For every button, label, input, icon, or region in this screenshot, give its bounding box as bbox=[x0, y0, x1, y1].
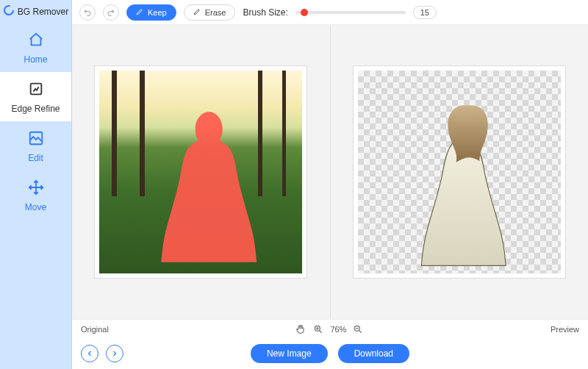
original-pane bbox=[72, 25, 330, 319]
erase-label: Erase bbox=[205, 8, 226, 17]
brush-keep-icon bbox=[136, 7, 144, 17]
preview-pane bbox=[330, 25, 589, 319]
move-icon bbox=[28, 179, 44, 198]
sidebar-item-label: Home bbox=[24, 54, 47, 65]
prev-button[interactable] bbox=[81, 345, 98, 362]
toolbar: Keep Erase Brush Size: 15 bbox=[72, 0, 588, 25]
sidebar: BG Remover Home Edge Refine Edit bbox=[0, 0, 72, 369]
undo-button[interactable] bbox=[79, 4, 96, 21]
logo-icon bbox=[3, 4, 15, 18]
next-button[interactable] bbox=[106, 345, 123, 362]
preview-frame[interactable] bbox=[353, 65, 566, 279]
status-bar: Original 76% Preview bbox=[72, 319, 588, 338]
sidebar-item-label: Edge Refine bbox=[11, 104, 60, 114]
brush-erase-icon bbox=[193, 7, 201, 17]
sidebar-item-label: Edit bbox=[28, 153, 43, 163]
original-caption: Original bbox=[81, 325, 109, 334]
slider-thumb[interactable] bbox=[301, 9, 308, 16]
sidebar-item-edit[interactable]: Edit bbox=[0, 121, 71, 171]
original-frame[interactable] bbox=[94, 65, 307, 279]
app-title: BG Remover bbox=[18, 7, 68, 17]
mask-overlay bbox=[160, 107, 257, 265]
svg-point-0 bbox=[4, 6, 13, 15]
download-button[interactable]: Download bbox=[338, 344, 409, 363]
zoom-level: 76% bbox=[330, 325, 346, 334]
preview-caption: Preview bbox=[551, 325, 579, 334]
sidebar-item-move[interactable]: Move bbox=[0, 171, 71, 220]
redo-button[interactable] bbox=[103, 4, 119, 21]
home-icon bbox=[28, 32, 44, 50]
zoom-in-button[interactable] bbox=[312, 323, 324, 335]
sidebar-item-home[interactable]: Home bbox=[0, 23, 71, 72]
edit-icon bbox=[28, 130, 44, 148]
erase-button[interactable]: Erase bbox=[184, 4, 236, 21]
brush-size-value: 15 bbox=[413, 6, 437, 19]
new-image-button[interactable]: New Image bbox=[251, 344, 328, 363]
edge-refine-icon bbox=[28, 81, 44, 99]
footer: New Image Download bbox=[72, 338, 588, 369]
keep-button[interactable]: Keep bbox=[126, 4, 176, 21]
cutout-result bbox=[411, 103, 517, 269]
brush-size-slider[interactable] bbox=[295, 11, 406, 14]
zoom-out-button[interactable] bbox=[352, 323, 364, 335]
keep-label: Keep bbox=[148, 8, 167, 17]
sidebar-item-edge-refine[interactable]: Edge Refine bbox=[0, 72, 71, 121]
pan-tool-button[interactable] bbox=[295, 323, 306, 335]
brush-size-label: Brush Size: bbox=[243, 7, 287, 18]
app-logo: BG Remover bbox=[0, 0, 71, 23]
sidebar-item-label: Move bbox=[25, 202, 46, 212]
canvases bbox=[72, 25, 588, 319]
main-area: Keep Erase Brush Size: 15 bbox=[72, 0, 588, 369]
